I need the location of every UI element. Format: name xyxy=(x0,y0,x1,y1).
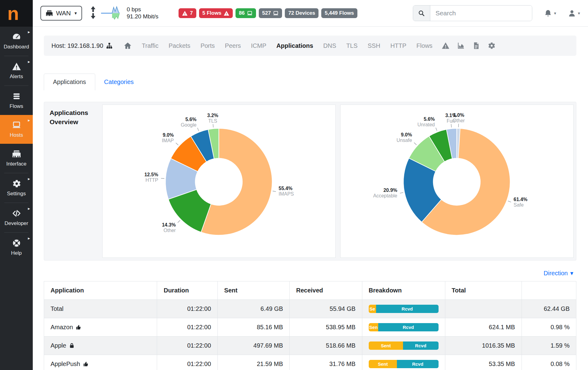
gear-icon[interactable] xyxy=(488,42,496,50)
categories-chart-panel: 61.4%Safe20.9%Acceptable9.0%Unsafe5.6%Un… xyxy=(340,105,574,258)
percent-cell: 0.08 % xyxy=(522,355,576,370)
warning-icon xyxy=(224,10,229,16)
host-nav-link-peers[interactable]: Peers xyxy=(225,42,241,49)
host-nav-link-applications[interactable]: Applications xyxy=(277,42,313,49)
status-badge-5-449-flows[interactable]: 5,449 Flows xyxy=(321,8,357,18)
user-menu[interactable]: ▾ xyxy=(568,9,580,17)
application-name[interactable]: ApplePush xyxy=(51,360,89,368)
host-nav-link-traffic[interactable]: Traffic xyxy=(142,42,158,49)
duration-cell: 01:22:00 xyxy=(157,300,218,318)
sidebar-divider xyxy=(4,173,28,173)
search-input[interactable] xyxy=(430,6,532,21)
slice-label: IMAPS xyxy=(279,191,294,196)
host-nav-icons xyxy=(442,42,496,50)
host-nav-link-icmp[interactable]: ICMP xyxy=(251,42,266,49)
area-chart-icon[interactable] xyxy=(457,42,465,50)
alert-triangle-icon[interactable] xyxy=(442,42,450,50)
slice-label: Unsafe xyxy=(397,138,412,143)
breakdown-bar: SentRcvd xyxy=(369,341,439,350)
notifications-menu[interactable]: ▾ xyxy=(544,9,556,17)
tab-applications[interactable]: Applications xyxy=(44,74,95,90)
table-body: Total01:22:006.49 GB55.94 GBSeRcvd62.44 … xyxy=(44,300,576,370)
home-icon[interactable] xyxy=(124,42,132,50)
label-tick xyxy=(176,143,178,145)
interface-selector-button[interactable]: WAN ▾ xyxy=(40,6,82,21)
sidebar-item-dashboard[interactable]: ▸Dashboard xyxy=(0,27,33,55)
categories-donut-chart[interactable]: 61.4%Safe20.9%Acceptable9.0%Unsafe5.6%Un… xyxy=(341,105,573,257)
status-badges: 75 Flows8652772 Devices5,449 Flows xyxy=(179,8,357,18)
sidebar-item-label: Dashboard xyxy=(4,44,29,50)
label-tick xyxy=(161,178,164,179)
status-badge-5-flows[interactable]: 5 Flows xyxy=(199,8,233,18)
sidebar-item-flows[interactable]: Flows xyxy=(0,86,33,115)
sidebar-divider xyxy=(4,232,28,233)
chevron-down-icon: ▾ xyxy=(74,10,77,16)
settings-icon xyxy=(12,179,21,188)
application-name[interactable]: Amazon xyxy=(51,324,81,331)
main-content: Host: 192.168.1.90 TrafficPacketsPortsPe… xyxy=(33,36,588,370)
total-cell: 624.1 MB xyxy=(445,318,522,337)
sitemap-icon[interactable] xyxy=(106,42,113,49)
tab-categories[interactable]: Categories xyxy=(95,74,143,90)
badge-label: 5,449 Flows xyxy=(325,10,354,16)
host-nav-link-http[interactable]: HTTP xyxy=(390,42,406,49)
sidebar-divider xyxy=(4,56,28,56)
overview-card: Applications Overview 55.4%IMAPS14.3%Oth… xyxy=(44,102,576,261)
sidebar-item-hosts[interactable]: ▸Hosts xyxy=(0,115,33,144)
sidebar-item-alerts[interactable]: ▸Alerts xyxy=(0,56,33,85)
column-header-duration: Duration xyxy=(157,281,218,300)
expand-caret-icon: ▸ xyxy=(28,118,30,123)
rcvd-bar: Rcvd xyxy=(378,323,439,331)
slice-label: 3.2% xyxy=(207,113,218,118)
sidebar-item-label: Alerts xyxy=(10,74,23,80)
direction-dropdown[interactable]: Direction ▾ xyxy=(33,269,573,277)
table-row-applepush: ApplePush01:22:0021.59 MB31.76 MBSentRcv… xyxy=(44,355,576,370)
label-tick xyxy=(178,220,180,223)
throughput-widget: 0 bps 91.20 Mbit/s xyxy=(101,5,159,21)
sidebar-item-label: Interface xyxy=(6,161,26,167)
label-tick xyxy=(198,128,199,131)
status-badge-86[interactable]: 86 xyxy=(236,8,256,18)
breakdown-cell: SeRcvd xyxy=(362,300,445,318)
slice-label: Safe xyxy=(514,202,524,208)
status-badge-7[interactable]: 7 xyxy=(179,8,196,18)
application-name[interactable]: Total xyxy=(51,305,63,312)
ntopng-logo[interactable]: n xyxy=(0,0,33,27)
slice-label: Acceptable xyxy=(373,193,397,198)
total-cell: 1016.35 MB xyxy=(445,337,522,355)
total-cell xyxy=(445,300,522,318)
label-tick xyxy=(436,128,437,131)
host-nav-link-dns[interactable]: DNS xyxy=(323,42,336,49)
search-icon[interactable] xyxy=(413,6,430,21)
thumbs-up-icon xyxy=(83,361,89,367)
host-nav-link-packets[interactable]: Packets xyxy=(168,42,190,49)
breakdown-bar: SenRcvd xyxy=(369,323,439,331)
received-cell: 55.94 GB xyxy=(290,300,362,318)
rcvd-bar: Rcvd xyxy=(403,341,439,350)
sidebar-item-help[interactable]: ▸Help xyxy=(0,233,33,262)
host-nav-link-flows[interactable]: Flows xyxy=(417,42,432,49)
sidebar-item-settings[interactable]: ▸Settings xyxy=(0,174,33,202)
sidebar-item-interface[interactable]: Interface xyxy=(0,144,33,173)
bell-icon xyxy=(544,9,552,17)
host-nav-link-ssh[interactable]: SSH xyxy=(368,42,380,49)
host-nav-link-ports[interactable]: Ports xyxy=(201,42,215,49)
slice-label: Other xyxy=(453,118,465,123)
status-badge-527[interactable]: 527 xyxy=(259,8,282,18)
applications-donut-chart[interactable]: 55.4%IMAPS14.3%Other12.5%HTTP9.0%IMAP5.6… xyxy=(103,105,335,257)
slice-label: 9.0% xyxy=(401,132,412,137)
column-header-sent: Sent xyxy=(218,281,290,300)
slice-label: Google xyxy=(181,122,196,128)
sidebar-item-developer[interactable]: ▸Developer xyxy=(0,203,33,232)
slice-label: 1.0% xyxy=(453,113,464,118)
received-cell: 538.95 MB xyxy=(290,318,362,337)
tab-bar: Applications Categories xyxy=(44,74,588,90)
ntopng-logo-glyph: n xyxy=(7,4,18,23)
application-name[interactable]: Apple xyxy=(51,342,75,349)
document-icon[interactable] xyxy=(472,42,480,50)
host-nav-link-tls[interactable]: TLS xyxy=(346,42,358,49)
slice-label: 9.0% xyxy=(163,132,174,138)
sidebar-divider xyxy=(4,203,28,203)
sent-bar: Se xyxy=(369,305,376,313)
status-badge-72-devices[interactable]: 72 Devices xyxy=(285,8,318,18)
